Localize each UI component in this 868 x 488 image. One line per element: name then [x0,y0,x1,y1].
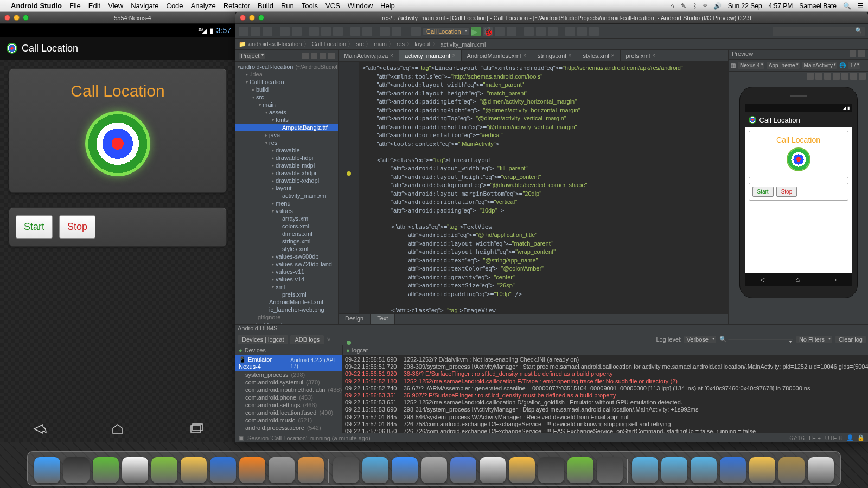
volume-icon[interactable]: 🔊 [713,2,722,10]
line-separator[interactable]: LF ÷ [809,435,821,441]
dock-app[interactable] [34,457,60,483]
close-icon[interactable]: × [390,53,393,59]
tree-row[interactable]: ▸drawable-mdpi [235,162,338,169]
minimize-icon[interactable] [249,15,255,21]
tree-row[interactable]: styles.xml [235,245,338,253]
dock-app[interactable] [333,457,359,483]
zoom-actual-icon[interactable] [815,73,822,80]
replace-icon[interactable] [362,27,372,36]
tree-row[interactable]: AmputaBangiz.ttf [235,124,338,131]
tree-row[interactable]: ▾res [235,139,338,146]
tree-row[interactable]: .gitignore [235,313,338,321]
dock-app[interactable] [450,457,476,483]
process-row[interactable]: android.process.acore (542) [235,424,342,432]
save-icon[interactable] [251,27,260,36]
fwd-nav-icon[interactable] [392,27,401,36]
project-tree[interactable]: ▾android-call-location(~/AndroidStudioPr… [235,62,338,324]
find-icon[interactable] [350,27,360,36]
dock-app[interactable] [480,457,506,483]
breadcrumb-item[interactable]: android-call-location [248,40,310,48]
zoom-fit-icon[interactable] [807,73,814,80]
menu-code[interactable]: Code [167,2,183,10]
paste-icon[interactable] [333,27,343,36]
menubar-date[interactable]: Sun 22 Sep [728,2,762,10]
project-structure-icon[interactable] [565,27,575,36]
tree-row[interactable]: ▸values-v14 [235,275,338,283]
process-row[interactable]: com.android.inputmethod.latin (438) [235,386,342,394]
dock-app[interactable] [597,457,623,483]
zoom-out-icon[interactable] [833,73,840,80]
menu-help[interactable]: Help [380,2,395,10]
sync-icon[interactable] [263,27,272,36]
emulator-titlebar[interactable]: 5554:Nexus-4 [0,12,235,24]
text-tab[interactable]: Text [371,314,395,324]
process-row[interactable]: com.android.settings (466) [235,401,342,409]
settings-icon[interactable] [859,73,866,80]
dock-app[interactable] [691,457,717,483]
screenshot-icon[interactable] [850,73,857,80]
recent-nav-icon[interactable] [188,423,205,434]
close-icon[interactable]: × [652,53,655,59]
editor-tab[interactable]: styles.xml× [577,50,620,61]
menu-refactor[interactable]: Refactor [224,2,250,10]
tree-row[interactable]: ▸drawable-hdpi [235,154,338,162]
dock-app[interactable] [567,457,593,483]
dock-app[interactable] [749,457,775,483]
filter-config-selector[interactable]: No Filters [796,336,832,343]
close-icon[interactable] [4,15,10,21]
ide-titlebar[interactable]: res/…/activity_main.xml - [Call Location… [235,12,868,24]
redo-icon[interactable] [292,27,302,36]
file-encoding[interactable]: UTF-8 [825,435,842,441]
tree-row[interactable]: activity_main.xml [235,192,338,200]
home-nav-icon[interactable] [110,423,126,434]
tree-row[interactable]: ▸.idea [235,70,338,78]
bluetooth-icon[interactable]: ᛒ [693,2,697,10]
breadcrumb-item[interactable]: Call Location [312,40,354,48]
tool-window-quick-icon[interactable]: ▣ [239,434,244,441]
dock-app[interactable] [392,457,418,483]
start-button[interactable]: Start [16,215,53,239]
dock-app[interactable] [720,457,746,483]
log-filter-input[interactable] [728,339,793,340]
dock-app[interactable] [421,457,447,483]
editor-tab[interactable]: strings.xml× [532,50,577,61]
help-icon[interactable] [589,27,599,36]
tree-row[interactable]: ▸java [235,131,338,139]
wifi-icon[interactable]: ⌔ [703,2,707,10]
close-icon[interactable]: × [523,53,526,59]
tree-row[interactable]: ▸menu [235,200,338,207]
tree-row[interactable]: ▸values-v11 [235,268,338,275]
dock-app[interactable] [298,457,324,483]
undo-icon[interactable] [280,27,290,36]
menu-view[interactable]: View [108,2,123,10]
tree-row[interactable]: ▾xml [235,283,338,291]
stop-button[interactable]: Stop [59,215,95,239]
tree-row[interactable]: ▾Call Location [235,78,338,86]
breadcrumb-item[interactable]: layout [414,40,438,48]
device-row[interactable]: 📱 Emulator Nexus-4 Android 4.2.2 (API 17… [235,355,342,371]
breadcrumb-item[interactable]: activity_main.xml [441,41,486,48]
loglevel-selector[interactable]: Verbose [684,336,716,343]
settings-gear-icon[interactable] [320,53,326,59]
tree-row[interactable]: colors.xml [235,222,338,230]
device-selector[interactable]: Nexus 4 [738,62,764,69]
sdk-manager-icon[interactable] [536,27,546,36]
hide-icon[interactable] [858,50,865,57]
menu-file[interactable]: File [69,2,81,10]
menu-build[interactable]: Build [258,2,273,10]
tree-row[interactable]: ▸build [235,86,338,93]
process-list[interactable]: system_process (298)com.android.systemui… [235,371,342,433]
hide-icon[interactable] [328,53,335,59]
run-config-selector[interactable]: Call Location [423,28,469,35]
menubar-time[interactable]: 4:57 PM [769,2,793,10]
menubar-user[interactable]: Samael Bate [799,2,837,10]
make-project-icon[interactable] [411,27,421,36]
tree-row[interactable]: ▸values-sw600dp [235,253,338,260]
settings-gear-icon[interactable] [850,50,856,57]
ddms-tab-devices[interactable]: Devices | logcat [238,335,288,344]
spotlight-icon[interactable]: 🔍 [843,2,851,10]
menu-vcs[interactable]: VCS [326,2,340,10]
lock-icon[interactable]: 🔒 [857,434,865,441]
close-icon[interactable] [240,15,246,21]
dock-app[interactable] [122,457,148,483]
